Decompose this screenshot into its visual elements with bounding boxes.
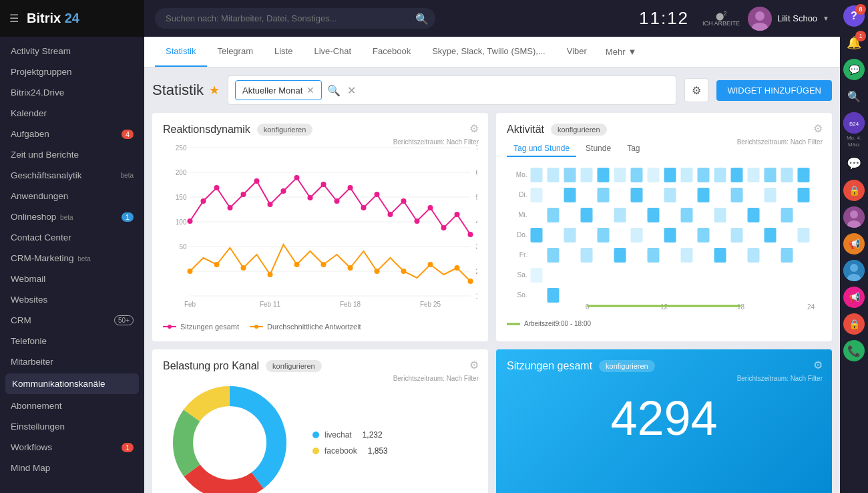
widget-reaktion-title: Reaktionsdynamik (163, 124, 250, 136)
widget-belastung-header: Belastung pro Kanal konfigurieren (163, 360, 477, 372)
svg-text:Do.: Do. (517, 231, 527, 238)
notifications-button[interactable]: 🔔 1 (843, 32, 865, 53)
sidebar-item-crm[interactable]: CRM 50+ (0, 310, 144, 331)
widget-aktivitat-config-btn[interactable]: konfigurieren (551, 124, 607, 136)
svg-point-52 (401, 269, 407, 274)
widget-sitzungen-config-btn[interactable]: konfigurieren (599, 360, 655, 372)
username-label: Lilit Schoo (777, 13, 817, 23)
svg-rect-122 (531, 268, 543, 283)
svg-text:Feb 18: Feb 18 (340, 301, 361, 308)
tab-facebook[interactable]: Facebook (362, 37, 421, 67)
widget-aktivitat-header: Aktivität konfigurieren (507, 124, 821, 136)
sidebar-item-kommunikationskanaele[interactable]: Kommunikationskanäle (5, 373, 139, 394)
sidebar-item-bitrix24-drive[interactable]: Bitrix24.Drive (0, 82, 144, 103)
widget-sitzungen-gear-icon[interactable]: ⚙ (813, 359, 823, 371)
sidebar-item-crm-marketing[interactable]: CRM-Marketing beta (0, 248, 144, 269)
svg-rect-100 (648, 208, 660, 222)
sidebar-item-geschaftsanalytik[interactable]: Geschäftsanalytik beta (0, 165, 144, 186)
sidebar-item-abonnement[interactable]: Abonnement (0, 395, 144, 416)
svg-rect-102 (714, 208, 726, 222)
svg-text:Mi.: Mi. (518, 211, 527, 218)
reaktion-chart: 250 200 150 100 50 7 6 5 4 3 2 1 (163, 141, 477, 315)
sidebar-item-anwendungen[interactable]: Anwendungen (0, 186, 144, 206)
widget-belastung-gear-icon[interactable]: ⚙ (469, 359, 479, 371)
widget-grid: Reaktionsdynamik konfigurieren ⚙ Bericht… (152, 113, 832, 493)
tab-skype[interactable]: Skype, Slack, Twilio (SMS),... (421, 37, 556, 67)
sidebar-item-onlineshop[interactable]: Onlineshop beta 1 (0, 206, 144, 227)
user-avatar-button[interactable] (843, 206, 865, 228)
help-button[interactable]: ? 8 (843, 5, 865, 27)
filter-close-icon[interactable]: ✕ (306, 85, 314, 96)
tab-telegram[interactable]: Telegram (207, 37, 264, 67)
phone-button[interactable]: 📞 (843, 340, 865, 361)
svg-rect-111 (731, 228, 743, 242)
svg-point-35 (361, 205, 367, 210)
right-panel: ? 8 🔔 1 💬 🔍 B24 Mo. 4.März 💬 🔒 📢 (840, 0, 868, 493)
search-icon[interactable]: 🔍 (415, 12, 429, 25)
act-tab-tag[interactable]: Tag (620, 141, 646, 157)
sidebar-item-contact-center[interactable]: Contact Center (0, 227, 144, 248)
sidebar-item-activity-stream[interactable]: Activity Stream (0, 41, 144, 61)
app-logo: Bitrix 24 (27, 11, 79, 26)
svg-point-26 (241, 192, 246, 197)
legend-sitzungen: Sitzungen gesamt (163, 323, 239, 331)
tab-live-chat[interactable]: Live-Chat (303, 37, 362, 67)
settings-button[interactable]: ⚙ (684, 78, 708, 102)
lock-button-1[interactable]: 🔒 (843, 180, 865, 201)
svg-text:Feb: Feb (184, 301, 196, 308)
widget-belastung-config-btn[interactable]: konfigurieren (266, 360, 322, 372)
tab-viber[interactable]: Viber (556, 37, 598, 67)
sidebar-item-websites[interactable]: Websites (0, 289, 144, 310)
add-widget-button[interactable]: WIDGET HINZUFÜGEN (716, 80, 832, 101)
green-message-button[interactable]: 💬 (843, 153, 865, 174)
widget-aktivitat-gear-icon[interactable]: ⚙ (813, 122, 823, 135)
sidebar-item-zeit-berichte[interactable]: Zeit und Berichte (0, 144, 144, 165)
tab-mehr[interactable]: Mehr ▼ (598, 37, 645, 66)
svg-point-27 (254, 178, 260, 184)
sidebar-item-webmail[interactable]: Webmail (0, 269, 144, 289)
filter-area[interactable]: Aktueller Monat ✕ 🔍 ✕ (228, 75, 676, 105)
svg-point-54 (455, 265, 460, 271)
tab-liste[interactable]: Liste (264, 37, 303, 67)
filter-clear-icon[interactable]: ✕ (347, 84, 356, 97)
user2-avatar-button[interactable] (843, 260, 865, 281)
sidebar-nav: Activity Stream Projektgruppen Bitrix24.… (0, 37, 144, 493)
svg-rect-118 (681, 248, 693, 263)
sidebar-item-workflows[interactable]: Workflows 1 (0, 437, 144, 458)
widget-reaktion-config-btn[interactable]: konfigurieren (257, 124, 313, 136)
svg-text:2: 2 (476, 268, 478, 275)
svg-rect-94 (731, 188, 743, 202)
act-tab-tag-und-stunde[interactable]: Tag und Stunde (507, 141, 576, 157)
act-tab-stunde[interactable]: Stunde (579, 141, 618, 157)
svg-point-41 (441, 225, 447, 230)
svg-point-32 (321, 182, 327, 187)
tab-statistik[interactable]: Statistik (155, 37, 207, 67)
svg-point-39 (415, 218, 420, 224)
sidebar-item-einstellungen[interactable]: Einstellungen (0, 416, 144, 437)
search-bar[interactable]: 🔍 (155, 8, 435, 29)
sidebar-item-kalender[interactable]: Kalender (0, 103, 144, 124)
sidebar-item-mitarbeiter[interactable]: Mitarbeiter (0, 351, 144, 372)
widget-aktivitat-title: Aktivität (507, 124, 544, 136)
filter-tag: Aktueller Monat ✕ (235, 80, 322, 100)
sidebar-item-projektgruppen[interactable]: Projektgruppen (0, 61, 144, 82)
search-panel-button[interactable]: 🔍 (843, 86, 865, 107)
svg-rect-72 (548, 168, 560, 182)
search-input[interactable] (155, 8, 435, 29)
megaphone-button[interactable]: 📢 (843, 233, 865, 255)
sidebar-item-telefonie[interactable]: Telefonie (0, 331, 144, 351)
sidebar-item-mind-map[interactable]: Mind Map (0, 458, 144, 478)
svg-rect-85 (765, 168, 777, 182)
chat-button[interactable]: 💬 (843, 59, 865, 80)
pink-message-button[interactable]: 📢 (843, 287, 865, 308)
widget-reaktion-gear-icon[interactable]: ⚙ (469, 122, 479, 135)
svg-rect-116 (614, 248, 626, 263)
lock-button-2[interactable]: 🔒 (843, 313, 865, 335)
date-widget[interactable]: B24 Mo. 4.März (843, 112, 865, 148)
widget-sitzungen-header: Sitzungen gesamt konfigurieren (507, 360, 821, 372)
user-area[interactable]: Lilit Schoo ▼ (748, 7, 829, 31)
svg-point-38 (401, 198, 407, 204)
star-icon[interactable]: ★ (209, 83, 220, 98)
hamburger-icon[interactable]: ☰ (9, 12, 19, 25)
sidebar-item-aufgaben[interactable]: Aufgaben 4 (0, 124, 144, 144)
